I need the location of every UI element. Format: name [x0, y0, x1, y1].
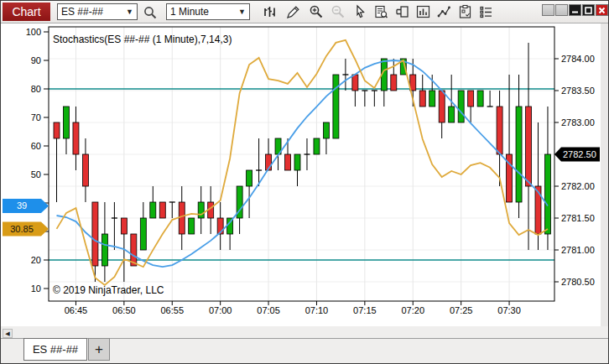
svg-text:07:05: 07:05 [257, 305, 280, 315]
add-tab-button[interactable]: + [88, 338, 110, 361]
svg-text:60: 60 [31, 141, 41, 151]
search-icon [143, 5, 158, 20]
svg-text:20: 20 [31, 255, 41, 265]
svg-text:2781.00: 2781.00 [561, 245, 595, 255]
chart-window: Chart ES ##-## ▼ 1 Minute ▼ [0, 0, 609, 364]
close-icon [598, 7, 606, 14]
data-box-button[interactable] [371, 3, 391, 22]
window-extra-button-1[interactable] [542, 4, 554, 16]
window-type-label: Chart [3, 3, 50, 21]
data-box-icon [373, 4, 389, 20]
clipboard-icon [457, 4, 473, 20]
instrument-selector[interactable]: ES ##-## ▼ [57, 3, 138, 20]
instrument-search-button[interactable] [140, 3, 160, 22]
chevron-down-icon: ▼ [238, 8, 246, 16]
price-chart: 2784.002783.502783.002782.502782.002781.… [1, 23, 609, 326]
pencil-icon [285, 4, 301, 20]
interval-value: 1 Minute [170, 6, 209, 18]
svg-text:06:55: 06:55 [160, 305, 184, 315]
minimize-button[interactable] [569, 4, 581, 16]
svg-text:2783.00: 2783.00 [561, 117, 595, 127]
svg-text:80: 80 [31, 84, 41, 94]
titlebar: Chart ES ##-## ▼ 1 Minute ▼ [1, 1, 608, 23]
svg-text:70: 70 [31, 112, 41, 122]
window-extra-button-2[interactable] [555, 4, 568, 16]
properties-button[interactable] [455, 3, 475, 22]
svg-text:30.85: 30.85 [10, 224, 34, 234]
indicators-icon [415, 4, 431, 20]
line-nodes-icon [436, 4, 452, 20]
tab-label: ES ##-## [33, 343, 78, 356]
svg-text:2782.00: 2782.00 [561, 181, 595, 191]
cursor-icon [352, 4, 368, 20]
svg-text:07:00: 07:00 [209, 305, 232, 315]
scroll-left-icon: ◀ [5, 330, 9, 336]
chevron-down-icon: ▼ [126, 8, 133, 16]
instrument-value: ES ##-## [61, 6, 103, 18]
svg-text:© 2019 NinjaTrader, LLC: © 2019 NinjaTrader, LLC [53, 284, 164, 296]
drawing-tools-button[interactable] [283, 3, 303, 22]
interval-selector[interactable]: 1 Minute ▼ [166, 3, 250, 20]
indicators-button[interactable] [413, 3, 433, 22]
line-tool-button[interactable] [434, 3, 454, 22]
close-button[interactable] [596, 4, 608, 16]
maximize-button[interactable] [582, 4, 595, 16]
zoom-in-button[interactable] [306, 3, 326, 22]
chart-panel[interactable]: 2784.002783.502783.002782.502782.002781.… [1, 23, 609, 326]
panel-icon [394, 4, 410, 20]
zoom-in-icon [309, 4, 325, 20]
zoom-out-button[interactable] [328, 3, 348, 22]
svg-text:100: 100 [26, 27, 41, 37]
list-button[interactable] [476, 3, 496, 22]
svg-text:06:45: 06:45 [65, 305, 88, 315]
list-icon [478, 4, 494, 20]
tab-scroll-left-button[interactable]: ◀ [3, 329, 13, 338]
svg-text:2783.50: 2783.50 [561, 86, 595, 96]
svg-text:2780.50: 2780.50 [561, 277, 595, 287]
svg-text:07:15: 07:15 [353, 305, 377, 315]
chart-style-button[interactable] [259, 3, 279, 22]
svg-text:Stochastics(ES ##-## (1 Minute: Stochastics(ES ##-## (1 Minute),7,14,3) [53, 34, 232, 45]
cursor-button[interactable] [350, 3, 370, 22]
candlestick-style-icon [262, 4, 278, 20]
svg-text:07:25: 07:25 [450, 305, 473, 315]
svg-text:50: 50 [31, 169, 41, 179]
tab-es-instrument[interactable]: ES ##-## [23, 338, 87, 361]
svg-text:39: 39 [17, 200, 27, 211]
svg-text:07:20: 07:20 [401, 305, 424, 315]
minimize-icon [571, 7, 579, 14]
svg-text:2782.50: 2782.50 [563, 149, 596, 159]
svg-text:2781.50: 2781.50 [561, 213, 595, 223]
zoom-out-icon [331, 4, 346, 20]
svg-text:07:10: 07:10 [305, 305, 329, 315]
plus-icon: + [95, 341, 103, 358]
svg-text:10: 10 [31, 283, 41, 294]
maximize-icon [585, 7, 592, 14]
panel-button[interactable] [392, 3, 412, 22]
svg-text:90: 90 [31, 55, 41, 65]
tab-bar: ◀ ES ##-## + [1, 326, 609, 364]
svg-text:07:30: 07:30 [497, 305, 521, 315]
svg-text:2784.00: 2784.00 [561, 54, 595, 64]
svg-text:06:50: 06:50 [112, 305, 136, 315]
